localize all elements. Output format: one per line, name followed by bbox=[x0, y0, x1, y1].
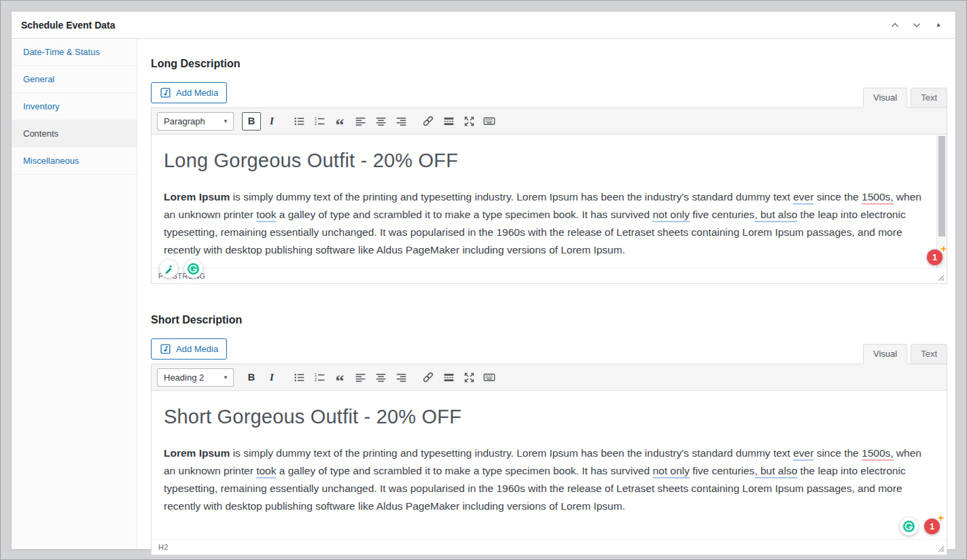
fullscreen-icon bbox=[463, 116, 475, 127]
align-left-button[interactable] bbox=[351, 112, 370, 130]
svg-text:1: 1 bbox=[314, 372, 317, 377]
italic-button[interactable]: I bbox=[262, 368, 281, 387]
visual-tab[interactable]: Visual bbox=[863, 344, 907, 364]
align-center-icon bbox=[375, 372, 387, 383]
blockquote-button[interactable]: “ bbox=[330, 368, 349, 387]
keyboard-icon bbox=[483, 115, 495, 127]
editor-mode-tabs: Visual Text bbox=[860, 88, 947, 108]
sidebar-item-contents[interactable]: Contents bbox=[12, 120, 137, 147]
read-more-icon bbox=[443, 116, 455, 127]
scrollbar-thumb[interactable] bbox=[938, 136, 945, 237]
bold-icon: B bbox=[248, 116, 255, 126]
contents-panel: Long Description Add Media Visual Text bbox=[137, 39, 955, 549]
add-media-button[interactable]: Add Media bbox=[151, 82, 227, 103]
keyboard-shortcuts-button[interactable] bbox=[480, 368, 499, 387]
editor-statusbar: P » STRONG bbox=[152, 268, 947, 283]
content-heading: Short Gorgeous Outfit - 20% OFF bbox=[164, 406, 933, 428]
short-description-editor: Heading 2 ▼ B I 12 bbox=[151, 364, 947, 555]
read-more-button[interactable] bbox=[439, 112, 458, 130]
fullscreen-button[interactable] bbox=[459, 368, 478, 387]
grammarly-inline-buttons: 1 + bbox=[900, 517, 940, 536]
metabox-header: Schedule Event Data ▲ bbox=[12, 12, 955, 39]
grammarly-logo-icon[interactable] bbox=[184, 260, 203, 278]
grammarly-ai-pen-icon[interactable] bbox=[160, 260, 178, 278]
read-more-icon bbox=[443, 372, 455, 383]
bulleted-list-button[interactable] bbox=[289, 368, 309, 387]
add-media-button[interactable]: Add Media bbox=[151, 338, 227, 360]
metabox-sidebar: Date-Time & Status General Inventory Con… bbox=[12, 39, 137, 549]
sidebar-item-date-time-status[interactable]: Date-Time & Status bbox=[12, 39, 137, 66]
link-button[interactable] bbox=[419, 368, 438, 387]
keyboard-icon bbox=[483, 371, 495, 383]
grammarly-alert-badge[interactable]: 1 + bbox=[927, 249, 943, 265]
link-icon bbox=[422, 115, 434, 127]
long-description-editor: Paragraph ▼ B I 12 bbox=[151, 107, 947, 284]
italic-button[interactable]: I bbox=[262, 112, 281, 130]
bold-button[interactable]: B bbox=[242, 112, 261, 130]
fullscreen-icon bbox=[463, 372, 475, 383]
align-right-icon bbox=[395, 116, 407, 127]
editor-toolbar: Heading 2 ▼ B I 12 bbox=[152, 364, 947, 391]
grammarly-plus-icon: + bbox=[940, 243, 947, 253]
align-left-icon bbox=[355, 372, 366, 383]
numbered-list-icon: 12 bbox=[314, 372, 326, 383]
link-icon bbox=[422, 371, 434, 383]
format-select[interactable]: Heading 2 ▼ bbox=[157, 368, 234, 387]
bulleted-list-button[interactable] bbox=[289, 112, 309, 130]
collapse-toggle-button[interactable]: ▲ bbox=[928, 16, 949, 34]
move-up-button[interactable] bbox=[885, 16, 905, 34]
sidebar-item-inventory[interactable]: Inventory bbox=[12, 93, 137, 120]
numbered-list-icon: 12 bbox=[314, 116, 326, 127]
italic-icon: I bbox=[270, 116, 274, 127]
content-heading: Long Gorgeous Outfit - 20% OFF bbox=[164, 150, 922, 172]
metabox-handle-actions: ▲ bbox=[885, 16, 949, 34]
grammarly-logo-icon[interactable] bbox=[900, 517, 918, 536]
link-button[interactable] bbox=[419, 112, 438, 130]
editor-content-area[interactable]: Short Gorgeous Outfit - 20% OFF Lorem Ip… bbox=[152, 391, 947, 539]
sidebar-item-general[interactable]: General bbox=[12, 66, 137, 93]
sidebar-item-miscellaneous[interactable]: Miscellaneous bbox=[12, 147, 137, 175]
align-right-button[interactable] bbox=[391, 112, 410, 130]
text-tab[interactable]: Text bbox=[911, 344, 947, 364]
bulleted-list-icon bbox=[294, 116, 305, 127]
metabox-body: Date-Time & Status General Inventory Con… bbox=[12, 39, 955, 549]
metabox-title: Schedule Event Data bbox=[21, 20, 116, 31]
resize-grip-icon[interactable] bbox=[935, 543, 945, 553]
visual-tab[interactable]: Visual bbox=[863, 88, 907, 108]
caret-down-icon: ▼ bbox=[223, 374, 228, 381]
fullscreen-button[interactable] bbox=[459, 112, 478, 130]
schedule-event-data-metabox: Schedule Event Data ▲ Date-Time & Status… bbox=[11, 11, 956, 550]
add-media-label: Add Media bbox=[176, 344, 218, 354]
format-select-value: Heading 2 bbox=[164, 372, 204, 383]
triangle-up-icon: ▲ bbox=[936, 22, 942, 28]
bold-button[interactable]: B bbox=[242, 368, 261, 387]
format-select[interactable]: Paragraph ▼ bbox=[157, 112, 234, 130]
grammarly-alert-badge[interactable]: 1 + bbox=[924, 519, 940, 534]
numbered-list-button[interactable]: 12 bbox=[310, 368, 329, 387]
align-left-button[interactable] bbox=[351, 368, 370, 387]
align-center-button[interactable] bbox=[371, 112, 390, 130]
editor-toolbar: Paragraph ▼ B I 12 bbox=[152, 108, 947, 135]
svg-text:1: 1 bbox=[314, 116, 317, 120]
short-description-section: Short Description Add Media Visual Text bbox=[151, 314, 947, 555]
resize-grip-icon[interactable] bbox=[935, 272, 945, 282]
align-right-button[interactable] bbox=[391, 368, 410, 387]
editor-tools-row: Add Media Visual Text bbox=[151, 338, 947, 364]
keyboard-shortcuts-button[interactable] bbox=[480, 112, 499, 130]
read-more-button[interactable] bbox=[439, 368, 458, 387]
numbered-list-button[interactable]: 12 bbox=[310, 112, 329, 130]
text-tab[interactable]: Text bbox=[911, 88, 947, 108]
editor-mode-tabs: Visual Text bbox=[860, 344, 947, 364]
editor-content-area[interactable]: Long Gorgeous Outfit - 20% OFF Lorem Ips… bbox=[152, 135, 947, 268]
blockquote-icon: “ bbox=[336, 113, 345, 128]
long-description-section: Long Description Add Media Visual Text bbox=[151, 58, 947, 284]
align-center-button[interactable] bbox=[371, 368, 390, 387]
blockquote-button[interactable]: “ bbox=[330, 112, 349, 130]
add-media-label: Add Media bbox=[176, 88, 218, 98]
svg-text:2: 2 bbox=[314, 377, 317, 382]
align-left-icon bbox=[355, 116, 366, 127]
svg-text:2: 2 bbox=[314, 121, 317, 126]
move-down-button[interactable] bbox=[907, 16, 927, 34]
chevron-down-icon bbox=[911, 19, 923, 31]
caret-down-icon: ▼ bbox=[223, 118, 228, 124]
